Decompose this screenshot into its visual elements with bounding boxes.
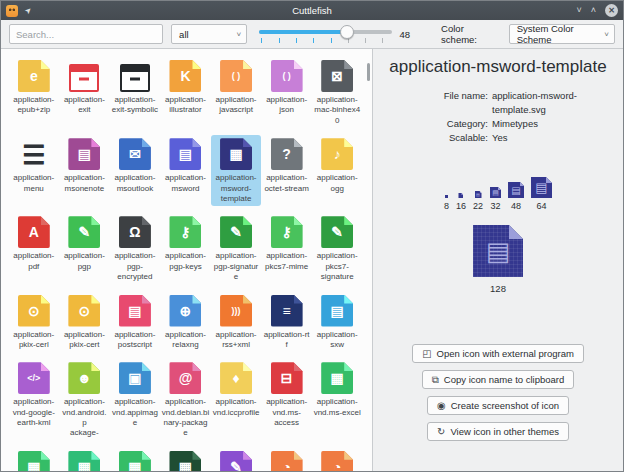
- grid-item-application-vnd.debian.binary-package[interactable]: @application- vnd.debian.bi nary-package: [161, 359, 211, 441]
- icon-metadata: File name:application-msword-template.sv…: [373, 89, 623, 145]
- chevron-down-icon: ˅: [232, 30, 247, 39]
- grid-item-application-msword-template[interactable]: ▦application- msword- template: [211, 135, 261, 206]
- grid-item-application-javascript[interactable]: ( )application- javascript: [211, 57, 261, 128]
- grid-item-application-vnd.ms-excel.sheet.m[interactable]: ▦application- vnd.ms- excel.sheet.m: [110, 448, 160, 471]
- grid-item-application-vnd.ms-access[interactable]: ⊟application- vnd.ms- access: [262, 359, 312, 441]
- grid-item-application-postscript[interactable]: ▤application- postscript: [110, 292, 160, 353]
- grid-item-application-vnd.ms-infopath[interactable]: ✎application- vnd.ms- infopath: [211, 448, 261, 471]
- view-icon-in-other-themes-button[interactable]: ↻View icon in other themes: [427, 422, 569, 441]
- grid-item-application-pgp-keys[interactable]: ⚷application- pgp-keys: [161, 213, 211, 284]
- grid-item-application-ogg[interactable]: ♪application- ogg: [312, 135, 362, 206]
- grid-item-application-rss+xml[interactable]: )))application- rss+xml: [211, 292, 261, 353]
- grid-item-application-vnd.appimage[interactable]: ▣application- vnd.appimage: [110, 359, 160, 441]
- grid-item-application-vnd.ms-excel.templat[interactable]: ▦application- vnd.ms- excel.templat: [161, 448, 211, 471]
- file-type-glyph: @: [169, 362, 201, 394]
- size-preview-22: ▤22: [473, 191, 483, 211]
- table-glyph: ▤: [473, 225, 523, 277]
- grid-item-application-vnd.ms-powerpoint.a[interactable]: ◔application- vnd.ms- powerpoint.a: [312, 448, 362, 471]
- window-title: Cuttlefish: [1, 5, 623, 16]
- grid-item-application-illustrator[interactable]: Kapplication- illustrator: [161, 57, 211, 128]
- grid-item-application-msonenote[interactable]: ▤application- msonenote: [60, 135, 110, 206]
- grid-item-application-sxw[interactable]: ▤application- sxw: [312, 292, 362, 353]
- size-label: 8: [444, 201, 449, 211]
- search-input[interactable]: [9, 24, 163, 44]
- grid-item-application-vnd.android.package-[interactable]: ☻application- vnd.android.p ackage-: [60, 359, 110, 441]
- grid-item-application-pkcs7-mime[interactable]: ⚷application- pkcs7-mime: [262, 213, 312, 284]
- grid-item-application-pkix-cerl[interactable]: ⊙application- pkix-cerl: [9, 292, 59, 353]
- file-type-glyph: ( ): [271, 60, 303, 92]
- slider-tick: [365, 38, 366, 43]
- file-type-glyph: ▤: [169, 138, 201, 170]
- grid-item-application-pgp[interactable]: ✎application- pgp: [60, 213, 110, 284]
- grid-item-label: application- vnd.appimage: [111, 397, 159, 428]
- application-pgp-keys-icon: ⚷: [169, 215, 201, 248]
- scrollbar-thumb[interactable]: [367, 63, 370, 81]
- file-type-glyph: ⊕: [169, 295, 201, 327]
- grid-item-label: application- mac-binhex40: [313, 95, 361, 126]
- grid-item-label: application- pkix-cerl: [13, 330, 54, 351]
- slider-handle[interactable]: [340, 25, 354, 39]
- grid-item-application-exit[interactable]: application- exit: [60, 57, 110, 128]
- category-dropdown[interactable]: all ˅: [171, 24, 247, 44]
- slider-tick: [261, 38, 262, 43]
- maximize-button[interactable]: ˄: [591, 6, 596, 15]
- grid-item-label: application- pgp-signature: [212, 251, 260, 282]
- large-icon-preview: ▤: [473, 225, 523, 277]
- grid-item-application-pgp-encrypted[interactable]: Ωapplication- pgp- encrypted: [110, 213, 160, 284]
- large-preview-size-label: 128: [490, 283, 506, 294]
- grid-item-application-pkcs7-signature[interactable]: ✎application- pkcs7- signature: [312, 213, 362, 284]
- file-type-glyph: ▦: [68, 451, 100, 471]
- file-type-glyph: ▦: [18, 451, 50, 471]
- application-vnd.ms-excel.addin.m-icon: ▦: [18, 450, 50, 471]
- file-type-glyph: ◔: [321, 451, 353, 471]
- grid-item-application-msoutlook[interactable]: ✉application- msoutlook: [110, 135, 160, 206]
- grid-item-application-pdf[interactable]: Aapplication- pdf: [9, 213, 59, 284]
- grid-item-application-menu[interactable]: ☰application- menu: [9, 135, 59, 206]
- file-type-glyph: ✎: [321, 216, 353, 248]
- size-preview-48: ▤48: [508, 182, 524, 211]
- titlebar[interactable]: ➤ Cuttlefish ˅ ˄ ✕: [1, 1, 623, 20]
- mini-icon: [445, 195, 448, 198]
- field-label: Category:: [400, 117, 488, 131]
- file-type-glyph: ✎: [220, 451, 252, 471]
- grid-item-application-mac-binhex40[interactable]: ⊠application- mac-binhex40: [312, 57, 362, 128]
- grid-item-application-exit-symbolic[interactable]: application- exit-symbolic: [110, 57, 160, 128]
- application-json-icon: ( ): [271, 59, 303, 92]
- create-screenshot-of-icon-button[interactable]: ◉Create screenshot of icon: [427, 396, 569, 415]
- file-type-glyph: ▦: [169, 451, 201, 471]
- grid-item-application-json[interactable]: ( )application- json: [262, 57, 312, 128]
- grid-item-application-epub+zip[interactable]: eapplication- epub+zip: [9, 57, 59, 128]
- grid-item-application-octet-stream[interactable]: ?application- octet-stream: [262, 135, 312, 206]
- grid-item-label: application- vnd.android.p ackage-: [61, 397, 109, 439]
- grid-item-application-rtf[interactable]: ≡application-rtf: [262, 292, 312, 353]
- size-label: 64: [537, 201, 547, 211]
- grid-item-application-vnd-google-earth-kml[interactable]: </>application- vnd-google- earth-kml: [9, 359, 59, 441]
- copy-icon-name-to-clipboard-button[interactable]: ⧉Copy icon name to clipboard: [422, 370, 575, 389]
- file-type-glyph: ✎: [68, 216, 100, 248]
- application-msoutlook-icon: ✉: [119, 137, 151, 170]
- pin-icon[interactable]: ➤: [23, 5, 34, 16]
- grid-item-application-pgp-signature[interactable]: ✎application- pgp-signature: [211, 213, 261, 284]
- grid-item-application-vnd.ms-excel[interactable]: ▦application- vnd.ms-excel: [312, 359, 362, 441]
- grid-item-application-vnd.ms-powerpoint[interactable]: ◔application- vnd.ms- powerpoint: [262, 448, 312, 471]
- open-icon-with-external-program-button[interactable]: ◰Open icon with external program: [412, 344, 584, 363]
- icon-size-slider[interactable]: [259, 25, 391, 43]
- grid-item-application-vnd.iccprofile[interactable]: ♦application- vnd.iccprofile: [211, 359, 261, 441]
- color-scheme-dropdown[interactable]: System Color Scheme ˅: [509, 24, 615, 44]
- close-button[interactable]: ✕: [605, 4, 618, 17]
- application-vnd.ms-infopath-icon: ✎: [220, 450, 252, 471]
- grid-item-application-msword[interactable]: ▤application- msword: [161, 135, 211, 206]
- application-javascript-icon: ( ): [220, 59, 252, 92]
- grid-item-application-vnd.ms-excel.addin.m[interactable]: ▦application- vnd.ms- excel.addin.m: [9, 448, 59, 471]
- file-type-glyph: ♪: [321, 138, 353, 170]
- grid-item-label: application- pkix-cert: [64, 330, 105, 351]
- grid-item-application-pkix-cert[interactable]: ⊙application- pkix-cert: [60, 292, 110, 353]
- size-preview-16: 16: [456, 193, 466, 211]
- slider-tick: [382, 38, 383, 43]
- grid-item-application-relaxng[interactable]: ⊕application- relaxng: [161, 292, 211, 353]
- application-msonenote-icon: ▤: [68, 137, 100, 170]
- grid-item-label: application- illustrator: [165, 95, 206, 116]
- minimize-button[interactable]: ˅: [576, 6, 581, 15]
- grid-item-application-vnd.ms-excel.sheet.bi[interactable]: ▦application- vnd.ms- excel.sheet.bi: [60, 448, 110, 471]
- window-titlebar-glyph: [71, 66, 97, 72]
